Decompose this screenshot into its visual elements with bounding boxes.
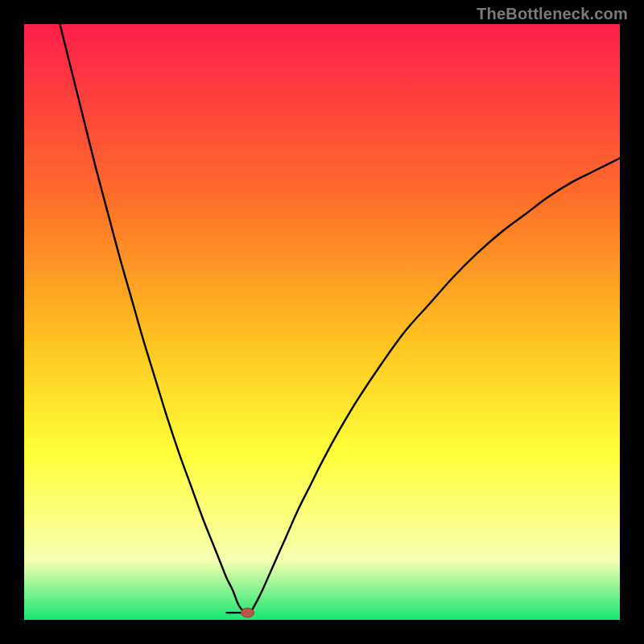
- outer-frame: TheBottleneck.com: [0, 0, 644, 644]
- plot-area: [24, 24, 620, 620]
- watermark-text: TheBottleneck.com: [477, 5, 628, 23]
- chart-svg: [24, 24, 620, 620]
- minimum-marker: [241, 608, 254, 617]
- gradient-background: [24, 24, 620, 620]
